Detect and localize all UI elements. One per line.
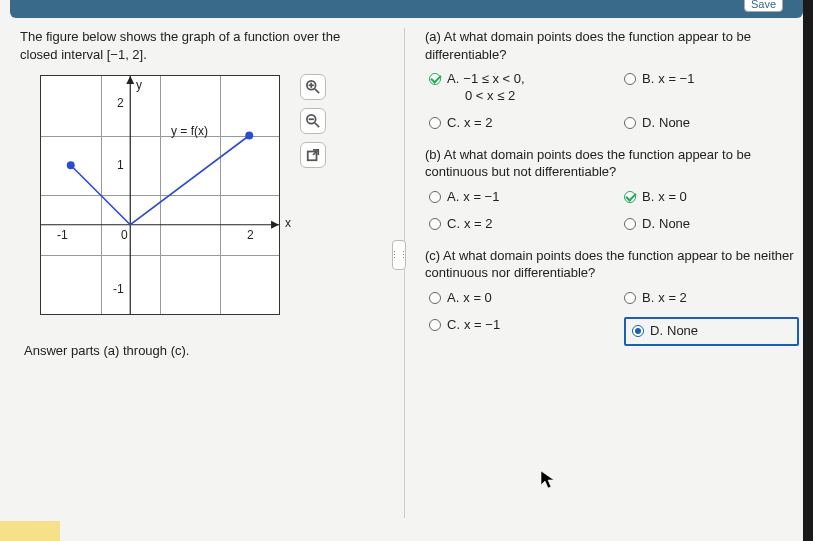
part-a: (a) At what domain points does the funct… — [425, 28, 799, 132]
choice-b-D[interactable]: D.None — [624, 216, 799, 233]
svg-marker-1 — [271, 221, 279, 229]
left-panel: The figure below shows the graph of a fu… — [20, 28, 390, 518]
choice-label: D.None — [642, 216, 690, 233]
right-edge — [803, 0, 813, 541]
cursor-icon — [540, 470, 556, 494]
radio-icon[interactable] — [624, 292, 636, 304]
choice-label: C.x = 2 — [447, 216, 493, 233]
radio-icon[interactable] — [632, 325, 644, 337]
save-button[interactable]: Save — [744, 0, 783, 12]
radio-icon[interactable] — [429, 73, 441, 85]
top-bar: Save — [10, 0, 803, 18]
radio-icon[interactable] — [429, 218, 441, 230]
radio-icon[interactable] — [429, 319, 441, 331]
choice-c-A[interactable]: A.x = 0 — [429, 290, 604, 307]
choice-a-A[interactable]: A.−1 ≤ x < 0, 0 < x ≤ 2 — [429, 71, 604, 105]
choice-b-B[interactable]: B.x = 0 — [624, 189, 799, 206]
radio-icon[interactable] — [429, 117, 441, 129]
graph: y x 2 1 -1 0 2 -1 y = f(x) — [40, 75, 280, 315]
divider-handle-icon[interactable]: ⋮⋮ — [392, 240, 406, 270]
function-label: y = f(x) — [171, 124, 208, 138]
choice-label: A.x = 0 — [447, 290, 492, 307]
answer-instruction: Answer parts (a) through (c). — [24, 343, 390, 358]
tick-x-2: 2 — [247, 228, 254, 242]
radio-icon[interactable] — [429, 292, 441, 304]
part-c-prompt: (c) At what domain points does the funct… — [425, 247, 799, 282]
radio-icon[interactable] — [624, 117, 636, 129]
svg-marker-3 — [126, 76, 134, 84]
choice-c-D[interactable]: D.None — [624, 317, 799, 346]
choice-label: B.x = 2 — [642, 290, 687, 307]
tick-y-1: 1 — [117, 158, 124, 172]
svg-point-4 — [67, 161, 75, 169]
question-stem: The figure below shows the graph of a fu… — [20, 28, 390, 63]
choice-label: C.x = −1 — [447, 317, 500, 334]
svg-line-7 — [315, 89, 319, 93]
choice-c-B[interactable]: B.x = 2 — [624, 290, 799, 307]
zoom-in-icon[interactable] — [300, 74, 326, 100]
tick-origin: 0 — [121, 228, 128, 242]
svg-line-11 — [315, 123, 319, 127]
choice-a-C[interactable]: C.x = 2 — [429, 115, 604, 132]
choice-label: C.x = 2 — [447, 115, 493, 132]
choice-label: A.x = −1 — [447, 189, 499, 206]
popout-icon[interactable] — [300, 142, 326, 168]
part-a-prompt: (a) At what domain points does the funct… — [425, 28, 799, 63]
choice-label: B.x = 0 — [642, 189, 687, 206]
bottom-left-highlight — [0, 521, 60, 541]
panel-divider — [404, 28, 405, 518]
radio-icon[interactable] — [624, 218, 636, 230]
choice-label: D.None — [650, 323, 698, 340]
right-panel: (a) At what domain points does the funct… — [419, 28, 799, 518]
x-axis-label: x — [285, 216, 291, 230]
choice-label: B.x = −1 — [642, 71, 694, 88]
svg-point-5 — [245, 132, 253, 140]
choice-label: A.−1 ≤ x < 0, 0 < x ≤ 2 — [447, 71, 525, 105]
radio-icon[interactable] — [429, 191, 441, 203]
tick-y-neg1: -1 — [113, 282, 124, 296]
choice-a-D[interactable]: D.None — [624, 115, 799, 132]
choice-b-A[interactable]: A.x = −1 — [429, 189, 604, 206]
tick-x-neg1: -1 — [57, 228, 68, 242]
radio-icon[interactable] — [624, 191, 636, 203]
part-c: (c) At what domain points does the funct… — [425, 247, 799, 346]
zoom-out-icon[interactable] — [300, 108, 326, 134]
tick-y-2: 2 — [117, 96, 124, 110]
part-b-prompt: (b) At what domain points does the funct… — [425, 146, 799, 181]
y-axis-label: y — [136, 78, 142, 92]
graph-tools — [300, 74, 326, 168]
choice-label: D.None — [642, 115, 690, 132]
choice-c-C[interactable]: C.x = −1 — [429, 317, 604, 346]
part-b: (b) At what domain points does the funct… — [425, 146, 799, 233]
choice-b-C[interactable]: C.x = 2 — [429, 216, 604, 233]
choice-a-B[interactable]: B.x = −1 — [624, 71, 799, 105]
plot-svg — [41, 76, 279, 314]
radio-icon[interactable] — [624, 73, 636, 85]
